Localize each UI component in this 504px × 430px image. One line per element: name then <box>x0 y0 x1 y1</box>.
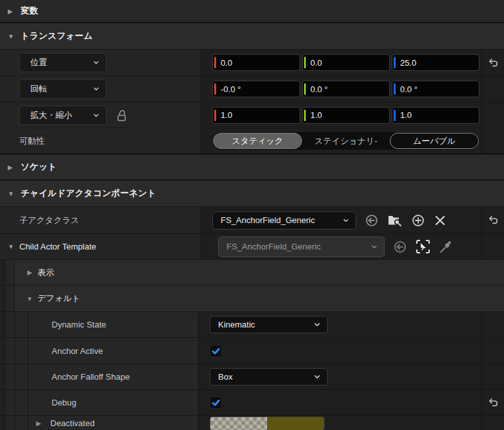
revert-icon[interactable] <box>488 57 499 68</box>
location-z-input[interactable]: 25.0 <box>392 54 479 71</box>
indent-rail <box>0 364 5 389</box>
scale-z-input[interactable]: 1.0 <box>392 107 479 124</box>
section-label-sockets: ソケット <box>21 161 57 173</box>
location-y-value: 0.0 <box>310 58 322 68</box>
y-axis-color-bar <box>304 57 306 68</box>
indent-rail <box>5 416 15 430</box>
row-anchor-falloff-shape: Anchor Falloff Shape Box <box>0 364 504 389</box>
deactivated-color-swatch[interactable] <box>210 416 325 430</box>
section-header-sockets[interactable]: ▶ ソケット <box>0 155 504 179</box>
indent-rail <box>5 338 15 364</box>
clear-asset-icon[interactable] <box>434 214 447 227</box>
use-selected-asset-icon[interactable] <box>365 213 379 228</box>
mobility-stationary-button[interactable]: ステイショナリ- <box>302 133 390 149</box>
triangle-collapsed-icon[interactable]: ▶ <box>36 420 50 427</box>
lock-open-icon[interactable] <box>116 108 128 122</box>
triangle-expanded-icon[interactable]: ▼ <box>22 295 37 302</box>
location-label-dropdown[interactable]: 位置 <box>19 53 106 72</box>
mobility-revert-cell <box>481 128 504 153</box>
indent-rail <box>15 338 28 364</box>
indent-rail <box>5 260 15 285</box>
rotation-label-dropdown[interactable]: 回転 <box>19 79 106 99</box>
debug-revert-cell <box>481 390 504 415</box>
revert-icon[interactable] <box>488 397 499 408</box>
child-actor-class-values: FS_AnchorField_Generic <box>201 207 481 233</box>
use-selected-asset-icon[interactable] <box>393 240 407 254</box>
location-x-input[interactable]: 0.0 <box>212 54 300 71</box>
chevron-down-icon <box>313 373 321 381</box>
rotation-z-input[interactable]: 0.0 ° <box>392 81 479 97</box>
location-y-input[interactable]: 0.0 <box>302 54 390 71</box>
section-header-variables[interactable]: ▶ 変数 <box>0 0 504 22</box>
row-scale: 拡大・縮小 1.0 1.0 1.0 <box>0 102 504 128</box>
indent-rail <box>0 390 5 415</box>
dynamic-state-revert-cell <box>481 312 504 337</box>
scale-values: 1.0 1.0 1.0 <box>201 103 481 128</box>
scale-label-dropdown[interactable]: 拡大・縮小 <box>19 106 106 125</box>
scale-x-input[interactable]: 1.0 <box>212 107 300 124</box>
chevron-down-icon <box>342 217 350 224</box>
rotation-label: 回転 <box>30 83 47 95</box>
section-header-child-actor-component[interactable]: ▼ チャイルドアクタコンポーネント <box>0 181 504 206</box>
rotation-x-value: -0.0 ° <box>221 84 241 94</box>
mobility-static-button[interactable]: スタティック <box>213 133 302 149</box>
triangle-collapsed-icon[interactable]: ▶ <box>6 8 21 15</box>
dynamic-state-value: Kinematic <box>218 320 255 329</box>
default-category-header[interactable]: ▼ デフォルト <box>15 286 504 311</box>
indent-rail <box>0 312 5 337</box>
anchor-falloff-shape-dropdown[interactable]: Box <box>210 368 328 386</box>
section-label-transform: トランスフォーム <box>21 30 93 42</box>
row-anchor-active: Anchor Active <box>0 337 504 364</box>
triangle-collapsed-icon[interactable]: ▶ <box>6 164 21 171</box>
mobility-movable-button[interactable]: ムーバブル <box>390 133 479 149</box>
scale-label: 拡大・縮小 <box>30 110 72 121</box>
triangle-expanded-icon[interactable]: ▼ <box>6 190 21 197</box>
eyedropper-icon[interactable] <box>439 240 453 254</box>
rotation-revert-cell <box>481 76 504 102</box>
default-category-label: デフォルト <box>37 293 81 304</box>
child-actor-template-dropdown[interactable]: FS_AnchorField_Generic <box>218 237 385 257</box>
section-header-transform[interactable]: ▼ トランスフォーム <box>0 23 504 49</box>
anchor-active-label-cell: Anchor Active <box>28 338 198 364</box>
location-x-value: 0.0 <box>221 58 232 68</box>
anchor-falloff-shape-revert-cell <box>481 364 504 389</box>
child-actor-template-values: FS_AnchorField_Generic <box>201 234 481 259</box>
rotation-y-input[interactable]: 0.0 ° <box>302 81 390 97</box>
revert-icon[interactable] <box>488 215 499 226</box>
deactivated-color-fill <box>267 417 324 430</box>
indent-rail <box>0 338 5 364</box>
child-actor-template-revert-cell <box>481 234 504 259</box>
rotation-x-input[interactable]: -0.0 ° <box>212 81 300 97</box>
mobility-label: 可動性 <box>0 135 45 147</box>
indent-rail <box>0 260 5 285</box>
rotation-z-value: 0.0 ° <box>400 84 418 94</box>
pick-actor-icon[interactable] <box>416 239 430 254</box>
scale-y-input[interactable]: 1.0 <box>302 107 390 124</box>
deactivated-values <box>198 416 481 430</box>
mobility-label-cell: 可動性 <box>0 128 201 153</box>
child-actor-class-label: 子アクタクラス <box>0 215 79 226</box>
triangle-expanded-icon[interactable]: ▼ <box>6 33 21 40</box>
chevron-down-icon <box>313 320 321 329</box>
indent-rail <box>5 390 15 415</box>
anchor-active-checkbox[interactable] <box>210 345 222 357</box>
indent-rail <box>15 364 28 389</box>
triangle-expanded-icon[interactable]: ▼ <box>0 243 19 250</box>
location-z-value: 25.0 <box>400 58 416 68</box>
deactivated-revert-cell <box>481 416 504 430</box>
child-actor-class-dropdown[interactable]: FS_AnchorField_Generic <box>212 211 356 230</box>
browse-to-asset-icon[interactable] <box>387 213 403 228</box>
add-new-asset-icon[interactable] <box>411 213 425 228</box>
row-dynamic-state: Dynamic State Kinematic <box>0 311 504 337</box>
debug-checkbox[interactable] <box>210 396 222 409</box>
rendering-category-header[interactable]: ▶ 表示 <box>15 260 504 285</box>
triangle-collapsed-icon[interactable]: ▶ <box>22 269 37 276</box>
indent-rail <box>0 416 5 430</box>
row-location: 位置 0.0 0.0 25.0 <box>0 49 504 75</box>
z-axis-color-bar <box>394 83 396 95</box>
mobility-values: スタティック ステイショナリ- ムーバブル <box>201 128 481 153</box>
y-axis-color-bar <box>304 110 306 121</box>
alpha-checker-pattern <box>210 417 267 430</box>
child-actor-class-label-cell: 子アクタクラス <box>0 207 201 233</box>
dynamic-state-dropdown[interactable]: Kinematic <box>210 316 328 333</box>
